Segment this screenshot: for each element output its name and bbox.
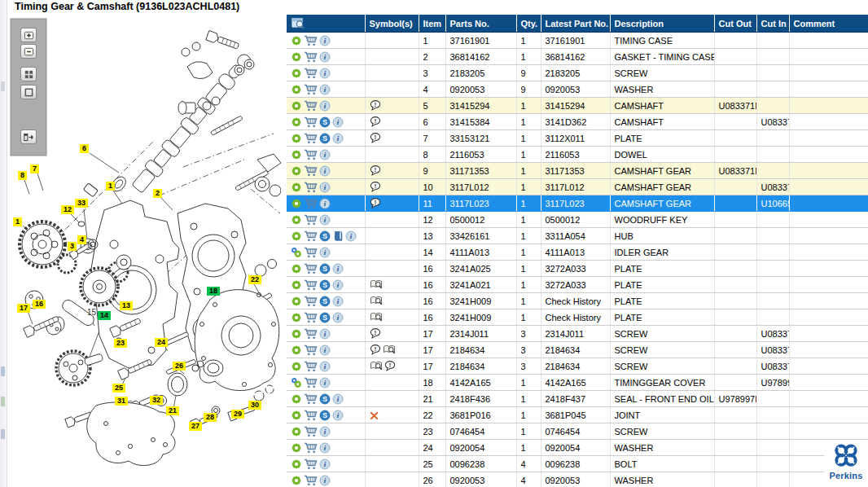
info-icon[interactable] — [319, 328, 331, 340]
cart-icon[interactable] — [304, 328, 318, 340]
gear-icon[interactable] — [291, 312, 302, 323]
cart-icon[interactable] — [304, 344, 318, 356]
header-cut-out[interactable]: Cut Out — [714, 15, 756, 33]
table-row[interactable]: 18 4142A165 1 4142A165 TIMINGGEAR COVER … — [287, 375, 868, 391]
cart-icon[interactable] — [304, 198, 318, 209]
s-icon[interactable] — [319, 133, 331, 144]
tile-windows-button[interactable] — [20, 67, 37, 81]
cart-icon[interactable] — [304, 247, 318, 258]
header-item[interactable]: Item — [419, 15, 445, 33]
info-icon[interactable] — [319, 442, 331, 454]
diagram-callout[interactable]: 6 — [80, 144, 89, 153]
diagram-callout[interactable]: 25 — [112, 384, 125, 393]
cart-icon[interactable] — [304, 296, 318, 307]
diagram-callout[interactable]: 1 — [106, 182, 115, 191]
table-row[interactable]: 22 3681P016 1 3681P045 JOINT — [287, 407, 868, 423]
balloon-icon[interactable] — [370, 327, 381, 340]
gear-icon[interactable] — [291, 426, 302, 437]
gear-icon[interactable] — [291, 410, 302, 421]
table-row[interactable]: 13 33426161 1 3311A054 HUB — [287, 228, 868, 244]
cart-icon[interactable] — [304, 84, 318, 95]
header-latest-part-no[interactable]: Latest Part No. — [541, 15, 610, 33]
cart-icon[interactable] — [304, 458, 318, 470]
diagram-callout[interactable]: 3 — [68, 242, 77, 251]
diagram-callout[interactable]: 17 — [17, 304, 30, 313]
diagram-callout[interactable]: 26 — [173, 362, 186, 371]
balloon-icon[interactable] — [370, 197, 381, 209]
info-icon[interactable] — [319, 214, 331, 226]
cart-icon[interactable] — [304, 410, 318, 421]
diagram-callout[interactable]: 12 — [61, 205, 74, 214]
info-icon[interactable] — [332, 296, 344, 307]
info-icon[interactable] — [319, 100, 331, 112]
info-icon[interactable] — [319, 475, 331, 486]
gear-icon[interactable] — [291, 165, 302, 177]
info-icon[interactable] — [332, 279, 344, 291]
diagram-callout[interactable]: 8 — [18, 171, 27, 180]
table-row[interactable]: 5 31415294 1 31415294 CAMSHAFT U083371N — [287, 98, 868, 114]
diagram-callout[interactable]: 24 — [155, 338, 168, 347]
cart-icon[interactable] — [304, 279, 318, 291]
table-row[interactable]: 7 33153121 1 3112X011 PLATE — [287, 130, 868, 147]
gears-icon[interactable] — [291, 377, 302, 388]
balloon-icon[interactable] — [370, 344, 381, 356]
s-icon[interactable] — [319, 116, 331, 128]
diagram-callout[interactable]: 33 — [75, 199, 88, 208]
table-row[interactable]: 16 3241A025 1 3272A033 PLATE — [287, 261, 868, 277]
table-row[interactable]: 8 2116053 1 2116053 DOWEL — [287, 147, 868, 163]
diagram-callout[interactable]: 32 — [150, 396, 163, 405]
bookmag-icon[interactable] — [370, 279, 383, 291]
gear-icon[interactable] — [291, 458, 302, 470]
info-icon[interactable] — [319, 149, 331, 160]
diagram-callout[interactable]: 4 — [77, 235, 86, 244]
table-row[interactable]: 17 2184634 3 2184634 SCREW U08337 — [287, 358, 868, 375]
gear-icon[interactable] — [291, 393, 302, 405]
cart-icon[interactable] — [304, 377, 318, 388]
table-row[interactable]: 16 3241H009 1 Check History PLATE — [287, 293, 868, 309]
cart-icon[interactable] — [304, 361, 318, 372]
info-icon[interactable] — [332, 133, 344, 144]
table-row[interactable]: 9 31171353 1 31171353 CAMSHAFT GEAR U083… — [287, 163, 868, 179]
info-icon[interactable] — [319, 344, 331, 356]
info-icon[interactable] — [319, 182, 331, 193]
gear-icon[interactable] — [291, 230, 302, 242]
info-icon[interactable] — [319, 35, 331, 46]
x-icon[interactable] — [370, 411, 379, 420]
gear-icon[interactable] — [291, 279, 302, 291]
bookmag-icon[interactable] — [370, 360, 383, 372]
gear-icon[interactable] — [291, 182, 302, 193]
cart-icon[interactable] — [304, 100, 318, 112]
table-row[interactable]: 23 0746454 1 0746454 SCREW — [287, 423, 868, 440]
diagram-callout[interactable]: 7 — [30, 165, 39, 173]
header-cut-in[interactable]: Cut In — [756, 15, 789, 33]
diagram-callout[interactable]: 23 — [114, 339, 127, 348]
table-row[interactable]: 21 2418F436 1 2418F437 SEAL - FRONT END … — [287, 391, 868, 407]
cart-icon[interactable] — [304, 182, 318, 193]
gear-icon[interactable] — [291, 475, 302, 486]
balloon-icon[interactable] — [370, 99, 381, 112]
info-icon[interactable] — [319, 426, 331, 437]
gear-icon[interactable] — [291, 149, 302, 160]
cart-icon[interactable] — [304, 475, 318, 486]
table-row[interactable]: 12 0500012 1 0500012 WOODRUFF KEY — [287, 212, 868, 228]
cart-icon[interactable] — [304, 68, 318, 79]
table-row[interactable]: 26 0920053 4 0920053 WASHER — [287, 472, 868, 487]
diagram-callout[interactable]: 15 — [85, 308, 99, 317]
single-window-button[interactable] — [20, 85, 37, 99]
s-icon[interactable] — [319, 393, 331, 405]
cart-icon[interactable] — [304, 426, 318, 437]
diagram-callout[interactable]: 21 — [166, 406, 179, 415]
header-qty[interactable]: Qty. — [516, 15, 541, 33]
cart-icon[interactable] — [304, 263, 318, 274]
s-icon[interactable] — [319, 279, 331, 291]
balloon-icon[interactable] — [370, 181, 381, 193]
table-row[interactable]: 11 3117L023 1 3117L023 CAMSHAFT GEAR U10… — [287, 195, 868, 212]
balloon-icon[interactable] — [370, 132, 381, 144]
diagram-callout[interactable]: 2 — [153, 189, 162, 198]
diagram-callout[interactable]: 13 — [120, 301, 133, 310]
cart-icon[interactable] — [304, 35, 318, 46]
balloon-icon[interactable] — [384, 360, 396, 372]
zoom-out-button[interactable] — [20, 44, 37, 59]
info-icon[interactable] — [319, 361, 331, 372]
info-icon[interactable] — [345, 230, 357, 242]
